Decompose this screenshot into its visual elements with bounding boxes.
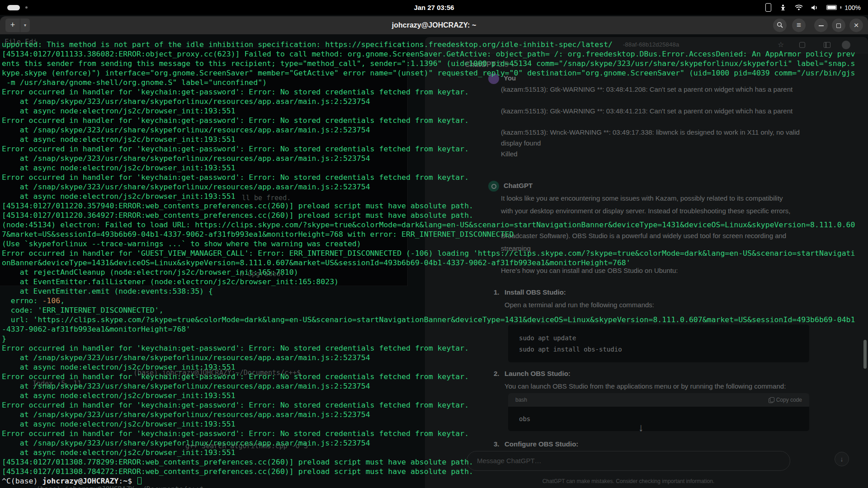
menu-button[interactable]: ≡ <box>792 19 806 32</box>
terminal-line: upported: This method is not part of the… <box>2 40 855 49</box>
terminal-line: [45134:0127/011308.784272:ERROR:web_cont… <box>2 467 855 476</box>
search-icon <box>777 22 783 28</box>
terminal-line: at async node:electron/js2c/browser_init… <box>2 163 855 173</box>
maximize-button[interactable] <box>832 19 845 32</box>
screen-device-icon <box>765 3 771 12</box>
workspace-indicator[interactable] <box>7 5 28 10</box>
terminal-line: url: 'https://clips.skype.com/?skype=tru… <box>2 315 855 324</box>
terminal-window: + ▾ johcrazy@JOHCRAZY: ~ ≡ × File Edi ll… <box>0 16 868 488</box>
terminal-line: at /snap/skype/323/usr/share/skypeforlin… <box>2 97 855 106</box>
battery-icon <box>826 5 837 10</box>
scrollbar-thumb[interactable] <box>863 340 867 369</box>
battery-percentage: 100% <box>844 4 861 11</box>
terminal-line: Error occurred in handler for 'keychain:… <box>2 144 855 154</box>
desktop: -88af-68b12d25848a ☆ ChatGPT3.5▾ You (ka… <box>0 0 868 488</box>
terminal-line: at async node:electron/js2c/browser_init… <box>2 106 855 116</box>
terminal-output: upported: This method is not part of the… <box>2 40 855 486</box>
system-tray[interactable]: 100% <box>765 0 861 15</box>
minimize-button[interactable] <box>814 19 828 32</box>
wifi-icon <box>795 5 803 11</box>
terminal-line: at async node:electron/js2c/browser_init… <box>2 448 855 457</box>
terminal-line: Error occurred in handler for 'keychain:… <box>2 400 855 410</box>
terminal-line: Error occurred in handler for 'keychain:… <box>2 173 855 182</box>
terminal-line: onBanner&deviceType=1431&deviceOS=Linux&… <box>2 258 855 267</box>
workspace-pill-icon <box>7 5 20 10</box>
terminal-line: Error occurred in handler for 'keychain:… <box>2 372 855 381</box>
terminal-titlebar: + ▾ johcrazy@JOHCRAZY: ~ ≡ × <box>0 16 868 34</box>
terminal-line: at rejectAndCleanup (node:electron/js2c/… <box>2 267 855 277</box>
battery-indicator: 100% <box>826 4 861 11</box>
terminal-line: errno: -106, <box>2 296 855 305</box>
maximize-icon <box>836 23 841 28</box>
terminal-line: code: 'ERR_INTERNET_DISCONNECTED', <box>2 305 855 315</box>
terminal-line: kype.skype (enforce)") interface="org.gn… <box>2 68 855 78</box>
terminal-line: Error occurred in handler for 'keychain:… <box>2 87 855 97</box>
terminal-cursor <box>137 477 142 484</box>
terminal-line: at EventEmitter.failListener (node:elect… <box>2 277 855 286</box>
terminal-line: at async node:electron/js2c/browser_init… <box>2 135 855 144</box>
terminal-line: } <box>2 334 855 343</box>
terminal-line: -4337-9062-af31fb993ea1&monitorHeight=76… <box>2 324 855 334</box>
terminal-line: ^C(base) johcrazy@JOHCRAZY:~$ <box>2 476 855 486</box>
terminal-line: (node:45134) electron: Failed to load UR… <box>2 220 855 230</box>
terminal-line: Error occurred in handler for 'keychain:… <box>2 116 855 125</box>
minimize-icon <box>819 25 824 26</box>
terminal-line: [45134:0127/011220.364927:ERROR:web_cont… <box>2 211 855 220</box>
close-button[interactable]: × <box>849 19 863 32</box>
terminal-line: [45134:0127/011220.357940:ERROR:web_cont… <box>2 201 855 211</box>
terminal-title: johcrazy@JOHCRAZY: ~ <box>0 16 868 34</box>
terminal-line: at /snap/skype/323/usr/share/skypeforlin… <box>2 438 855 448</box>
accessibility-icon <box>779 4 787 11</box>
terminal-line: at /snap/skype/323/usr/share/skypeforlin… <box>2 381 855 391</box>
workspace-dot-icon <box>25 6 28 9</box>
terminal-line: at /snap/skype/323/usr/share/skypeforlin… <box>2 353 855 362</box>
terminal-line: Error occurred in handler for 'keychain:… <box>2 429 855 438</box>
terminal-line: at async node:electron/js2c/browser_init… <box>2 391 855 400</box>
terminal-line: at async node:electron/js2c/browser_init… <box>2 419 855 429</box>
terminal-line: at /snap/skype/323/usr/share/skypeforlin… <box>2 410 855 419</box>
terminal-line: [45134:0127/011133.386082:ERROR:object_p… <box>2 49 855 59</box>
terminal-line: [45134:0127/011308.778299:ERROR:web_cont… <box>2 457 855 467</box>
terminal-line: 7&market=US&sessionId=493b6b69-04b1-4337… <box>2 230 855 239</box>
system-top-bar: Jan 27 03:56 100% <box>0 0 868 15</box>
terminal-line: at /snap/skype/323/usr/share/skypeforlin… <box>2 125 855 135</box>
clock[interactable]: Jan 27 03:56 <box>414 0 454 15</box>
terminal-line: -m /usr/share/gnome-shell/org.gnome.S" l… <box>2 78 855 87</box>
terminal-body: File Edi ll be freed. n upgraded. (base)… <box>0 34 868 488</box>
terminal-line: (Use `skypeforlinux --trace-warnings ...… <box>2 239 855 249</box>
terminal-line: at /snap/skype/323/usr/share/skypeforlin… <box>2 182 855 192</box>
terminal-line: at async node:electron/js2c/browser_init… <box>2 192 855 201</box>
terminal-line: at async node:electron/js2c/browser_init… <box>2 362 855 372</box>
terminal-line: at /snap/skype/323/usr/share/skypeforlin… <box>2 154 855 163</box>
terminal-line: Error occurred in handler for 'keychain:… <box>2 343 855 353</box>
terminal-line: at EventEmitter.emit (node:events:538:35… <box>2 286 855 296</box>
terminal-line: ents this sender from sending this messa… <box>2 59 855 68</box>
terminal-line: Error occurred in handler for 'GUEST_VIE… <box>2 249 855 258</box>
search-button[interactable] <box>773 19 787 32</box>
volume-icon <box>811 5 818 11</box>
